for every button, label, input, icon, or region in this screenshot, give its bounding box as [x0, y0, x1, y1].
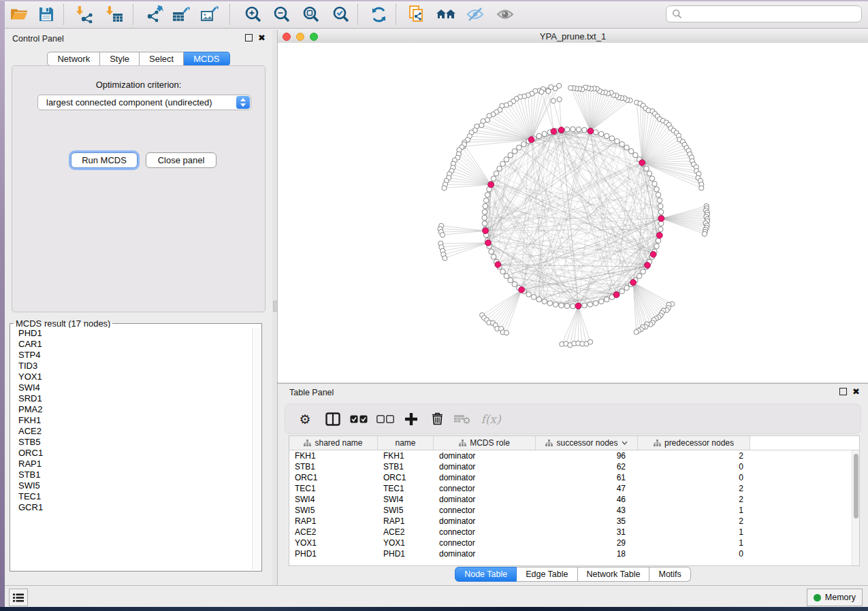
- network-node[interactable]: [656, 238, 661, 244]
- network-node[interactable]: [604, 133, 609, 139]
- network-leaf-node[interactable]: [539, 89, 544, 94]
- export-table-button[interactable]: [170, 3, 193, 25]
- open-session-button[interactable]: [7, 3, 31, 25]
- network-node[interactable]: [482, 215, 487, 220]
- close-panel-icon[interactable]: ✖: [852, 389, 860, 395]
- close-panel-icon[interactable]: ✖: [258, 35, 266, 42]
- float-panel-icon[interactable]: [839, 388, 847, 395]
- mcds-node-item[interactable]: PMA2: [15, 404, 251, 415]
- network-hub-node[interactable]: [528, 137, 534, 143]
- network-node[interactable]: [536, 133, 542, 139]
- network-node[interactable]: [652, 181, 658, 186]
- show-all-button[interactable]: [494, 3, 517, 25]
- export-network-button[interactable]: [144, 3, 167, 25]
- mcds-node-item[interactable]: TEC1: [15, 491, 251, 502]
- network-node[interactable]: [512, 148, 517, 154]
- network-node[interactable]: [657, 198, 662, 203]
- hide-selected-button[interactable]: [464, 3, 487, 25]
- save-session-button[interactable]: [35, 3, 58, 25]
- mcds-node-item[interactable]: ORC1: [15, 448, 251, 459]
- tab-edge-table[interactable]: Edge Table: [517, 567, 577, 582]
- network-node[interactable]: [654, 244, 660, 249]
- network-node[interactable]: [482, 210, 487, 215]
- first-neighbors-button[interactable]: [434, 3, 457, 25]
- network-node[interactable]: [570, 127, 576, 132]
- network-node[interactable]: [604, 297, 609, 302]
- network-node[interactable]: [489, 249, 494, 254]
- delete-row-button[interactable]: [425, 404, 449, 433]
- network-leaf-node[interactable]: [443, 256, 447, 261]
- table-row[interactable]: FKH1FKH1dominator962: [289, 450, 859, 461]
- network-node[interactable]: [483, 203, 488, 209]
- table-row[interactable]: SWI4SWI4dominator462: [289, 494, 859, 505]
- network-leaf-node[interactable]: [568, 86, 573, 90]
- network-node[interactable]: [485, 193, 490, 198]
- table-scrollbar[interactable]: [852, 450, 859, 565]
- table-row[interactable]: RAP1RAP1dominator352: [289, 516, 859, 527]
- run-mcds-button[interactable]: Run MCDS: [71, 152, 138, 168]
- table-row[interactable]: PHD1PHD1dominator180: [289, 548, 859, 559]
- table-scrollbar-thumb[interactable]: [854, 454, 858, 518]
- network-node[interactable]: [654, 186, 660, 192]
- mcds-node-item[interactable]: STB5: [15, 437, 251, 448]
- network-node[interactable]: [536, 297, 542, 302]
- network-leaf-node[interactable]: [504, 331, 509, 335]
- table-row[interactable]: TEC1TEC1connector472: [289, 483, 859, 494]
- refresh-button[interactable]: [367, 3, 390, 25]
- network-node[interactable]: [620, 288, 625, 294]
- network-leaf-node[interactable]: [442, 186, 447, 191]
- network-node[interactable]: [624, 145, 630, 150]
- mcds-node-item[interactable]: GCR1: [15, 502, 251, 513]
- network-hub-node[interactable]: [558, 127, 564, 133]
- network-node[interactable]: [500, 161, 506, 167]
- network-node[interactable]: [553, 302, 558, 308]
- table-row[interactable]: STB1STB1dominator620: [289, 461, 859, 472]
- network-node[interactable]: [542, 131, 547, 137]
- memory-button[interactable]: Memory: [807, 589, 863, 606]
- network-node[interactable]: [609, 136, 615, 142]
- network-leaf-node[interactable]: [557, 97, 562, 101]
- network-leaf-node[interactable]: [479, 123, 484, 128]
- network-hub-node[interactable]: [483, 228, 489, 234]
- mcds-node-item[interactable]: ACE2: [15, 426, 251, 437]
- network-node[interactable]: [658, 227, 663, 232]
- mcds-node-item[interactable]: RAP1: [15, 459, 251, 469]
- column-header-successor-nodes[interactable]: successor nodes: [536, 436, 638, 450]
- network-window-titlebar[interactable]: YPA_prune.txt_1: [278, 30, 868, 44]
- search-input[interactable]: [666, 5, 862, 22]
- mcds-node-item[interactable]: SWI4: [15, 382, 251, 393]
- network-node[interactable]: [647, 171, 652, 176]
- tab-mcds[interactable]: MCDS: [184, 52, 229, 66]
- mcds-list-scrollbar[interactable]: [252, 328, 260, 569]
- network-hub-node[interactable]: [650, 252, 656, 258]
- export-image-button[interactable]: [198, 3, 221, 25]
- mcds-node-item[interactable]: SRD1: [15, 393, 251, 404]
- network-leaf-node[interactable]: [440, 233, 445, 237]
- mcds-node-item[interactable]: TID3: [15, 361, 251, 371]
- zoom-out-button[interactable]: [270, 3, 293, 25]
- tab-network-table[interactable]: Network Table: [578, 567, 650, 582]
- task-history-button[interactable]: [9, 589, 28, 606]
- close-panel-button[interactable]: Close panel: [146, 152, 216, 168]
- network-node[interactable]: [491, 254, 496, 260]
- network-node[interactable]: [620, 142, 625, 147]
- network-node[interactable]: [564, 127, 570, 132]
- tab-network[interactable]: Network: [47, 52, 100, 66]
- network-node[interactable]: [637, 274, 642, 279]
- tab-select[interactable]: Select: [140, 52, 184, 66]
- network-hub-node[interactable]: [495, 261, 501, 267]
- tab-motifs[interactable]: Motifs: [649, 567, 690, 582]
- network-node[interactable]: [628, 148, 634, 154]
- network-hub-node[interactable]: [588, 128, 594, 134]
- mcds-node-item[interactable]: YOX1: [15, 371, 251, 382]
- network-node[interactable]: [570, 303, 576, 309]
- import-network-button[interactable]: [73, 3, 96, 25]
- column-header-name[interactable]: name: [378, 436, 434, 450]
- network-leaf-node[interactable]: [702, 231, 707, 236]
- float-panel-icon[interactable]: [245, 34, 253, 42]
- network-hub-node[interactable]: [639, 160, 645, 166]
- add-row-button[interactable]: [400, 404, 423, 433]
- network-node[interactable]: [633, 152, 639, 158]
- network-node[interactable]: [564, 303, 570, 309]
- tab-style[interactable]: Style: [100, 52, 140, 66]
